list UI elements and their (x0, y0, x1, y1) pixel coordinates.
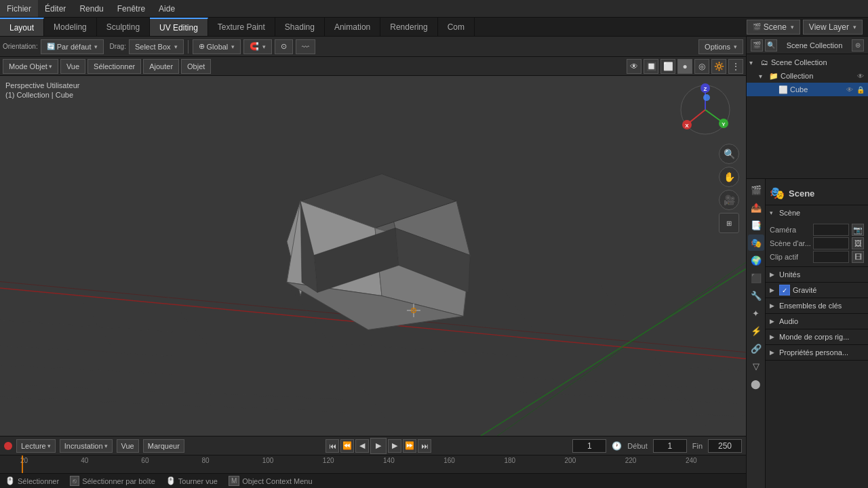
snap-btn[interactable]: 🧲 ▾ (243, 39, 272, 54)
outliner-visibility-icon[interactable]: 👁 (856, 71, 865, 81)
start-frame-input[interactable]: 1 (653, 439, 687, 453)
zoom-to-fit-btn[interactable]: 🔍 (719, 144, 739, 164)
outliner-cube-extra-icon[interactable]: 🔒 (856, 85, 865, 94)
prop-background-value[interactable] (813, 237, 849, 249)
props-render-icon[interactable]: 🎬 (748, 182, 764, 198)
overlay-btn[interactable]: 🔲 (644, 59, 658, 74)
drag-dropdown[interactable]: Select Box ▾ (129, 39, 184, 54)
play-btn[interactable]: ▶ (370, 438, 387, 454)
curve-btn[interactable]: 〰 (296, 39, 315, 54)
props-object-icon[interactable]: ⬛ (748, 270, 764, 286)
objet-btn[interactable]: Objet (181, 59, 211, 74)
tab-shading[interactable]: Shading (275, 18, 325, 36)
3d-object (246, 160, 477, 352)
proportional-btn[interactable]: ⊙ (275, 39, 293, 54)
selectionner-btn[interactable]: Sélectionner (87, 59, 141, 74)
gravity-section-arrow: ▶ (770, 287, 776, 293)
scene-section-arrow: ▾ (770, 209, 776, 216)
tab-texture-paint[interactable]: Texture Paint (208, 18, 275, 36)
tab-com[interactable]: Com (438, 18, 475, 36)
jump-to-end-btn[interactable]: ⏭ (418, 439, 431, 453)
outliner-cube-visibility-icon[interactable]: 👁 (845, 85, 854, 94)
prop-camera-icon-btn[interactable]: 📷 (852, 224, 864, 236)
svg-point-31 (413, 309, 415, 311)
props-physics-icon[interactable]: ⚡ (748, 323, 764, 339)
pan-btn[interactable]: ✋ (719, 167, 739, 187)
status-rotate: 🖱️ Tourner vue (166, 476, 218, 485)
toggle-perspective-btn[interactable]: ⊞ (719, 213, 739, 233)
tab-sculpting[interactable]: Sculpting (97, 18, 150, 36)
mode-dropdown[interactable]: Mode Objet ▾ (3, 59, 58, 74)
options-btn[interactable]: Options ▾ (698, 39, 743, 54)
incrustation-dropdown[interactable]: Incrustation ▾ (60, 439, 113, 453)
step-forward-btn[interactable]: ▶ (388, 439, 401, 453)
outliner-filter-icons: ⊜ (852, 39, 864, 52)
props-constraints-icon[interactable]: 🔗 (748, 340, 764, 357)
custom-props-section-header[interactable]: ▶ Propriétés persona... (766, 345, 868, 360)
next-keyframe-btn[interactable]: ⏩ (403, 439, 416, 453)
viewport-shading-solid[interactable]: 👁 (627, 59, 642, 74)
scene-selector[interactable]: 🎬 Scene ▾ (747, 20, 800, 35)
jump-to-start-btn[interactable]: ⏮ (326, 439, 339, 453)
props-material-icon[interactable]: ⬤ (748, 375, 764, 392)
outliner-icon-scene[interactable]: 🎬 (751, 39, 763, 52)
audio-section-header[interactable]: ▶ Audio (766, 314, 868, 329)
tab-uv-editing[interactable]: UV Editing (150, 18, 208, 36)
menu-fichier[interactable]: Fichier (0, 0, 38, 17)
gravity-section-header[interactable]: ▶ ✓ Gravité (766, 283, 868, 298)
vue-btn[interactable]: Vue (60, 59, 85, 74)
tab-rendering[interactable]: Rendering (380, 18, 437, 36)
material-mode-btn[interactable]: ◎ (694, 59, 709, 74)
3d-viewport[interactable]: Perspective Utilisateur (1) Collection |… (0, 76, 746, 436)
outliner-filter-btn[interactable]: ⊜ (852, 39, 864, 52)
orientation-dropdown[interactable]: 🔄 Par défaut ▾ (41, 39, 104, 54)
timeline-marqueur-btn[interactable]: Marqueur (143, 439, 184, 453)
view-layer-selector[interactable]: View Layer ▾ (803, 20, 863, 35)
prop-clip-value[interactable] (813, 251, 849, 263)
prev-keyframe-btn[interactable]: ⏪ (340, 439, 354, 453)
tab-animation[interactable]: Animation (325, 18, 380, 36)
current-frame-input[interactable]: 1 (572, 439, 606, 453)
step-back-btn[interactable]: ◀ (355, 439, 369, 453)
solid-mode-btn[interactable]: ● (677, 59, 692, 74)
outliner-content[interactable]: ▾ 🗂 Scene Collection ▾ 📁 Collection 👁 (747, 54, 868, 178)
props-data-icon[interactable]: ▽ (748, 358, 764, 374)
props-view-layer-icon[interactable]: 📑 (748, 217, 764, 233)
props-world-icon[interactable]: 🌍 (748, 252, 764, 268)
render-mode-btn[interactable]: 🔆 (711, 59, 726, 74)
prop-clip-icon-btn[interactable]: 🎞 (852, 251, 864, 263)
playback-dropdown[interactable]: Lecture ▾ (16, 439, 56, 453)
props-modifier-icon[interactable]: 🔧 (748, 287, 764, 304)
ajouter-btn[interactable]: Ajouter (143, 59, 179, 74)
menu-rendu[interactable]: Rendu (73, 0, 110, 17)
tab-modeling[interactable]: Modeling (44, 18, 97, 36)
timeline-vue-btn[interactable]: Vue (117, 439, 139, 453)
menu-fenetre[interactable]: Fenêtre (111, 0, 152, 17)
timeline-ruler[interactable]: 20 40 60 80 100 120 140 160 180 200 220 … (0, 455, 746, 473)
props-output-icon[interactable]: 📤 (748, 199, 764, 216)
gravity-checkbox[interactable]: ✓ (779, 285, 790, 296)
axis-gizmo[interactable]: Z X Y (678, 83, 732, 137)
menu-aide[interactable]: Aide (152, 0, 182, 17)
scene-section-header[interactable]: ▾ Scène (766, 205, 868, 220)
tab-layout[interactable]: Layout (0, 18, 44, 36)
rigid-body-section-header[interactable]: ▶ Monde de corps rig... (766, 329, 868, 344)
menu-editer[interactable]: Éditer (38, 0, 73, 17)
end-frame-input[interactable]: 250 (708, 439, 742, 453)
units-section-header[interactable]: ▶ Unités (766, 267, 868, 282)
keying-section-header[interactable]: ▶ Ensembles de clés (766, 298, 868, 313)
view-more-btn[interactable]: ⋮ (728, 59, 743, 74)
outliner-cube[interactable]: ▾ ⬜ Cube 👁 🔒 (747, 83, 868, 96)
xray-btn[interactable]: ⬜ (660, 59, 675, 74)
props-scene-icon[interactable]: 🎭 (748, 235, 764, 251)
record-btn[interactable] (4, 442, 12, 450)
outliner-icon-search[interactable]: 🔍 (765, 39, 777, 52)
pivot-dropdown[interactable]: ⊕ Global ▾ (193, 39, 241, 54)
start-label: Début (627, 442, 647, 450)
orbit-btn[interactable]: 🎥 (719, 190, 739, 210)
props-particles-icon[interactable]: ✦ (748, 305, 764, 321)
prop-background-icon-btn[interactable]: 🖼 (852, 237, 864, 249)
outliner-scene-collection[interactable]: ▾ 🗂 Scene Collection (747, 56, 868, 69)
outliner-collection[interactable]: ▾ 📁 Collection 👁 (747, 69, 868, 83)
prop-camera-value[interactable] (813, 224, 849, 236)
